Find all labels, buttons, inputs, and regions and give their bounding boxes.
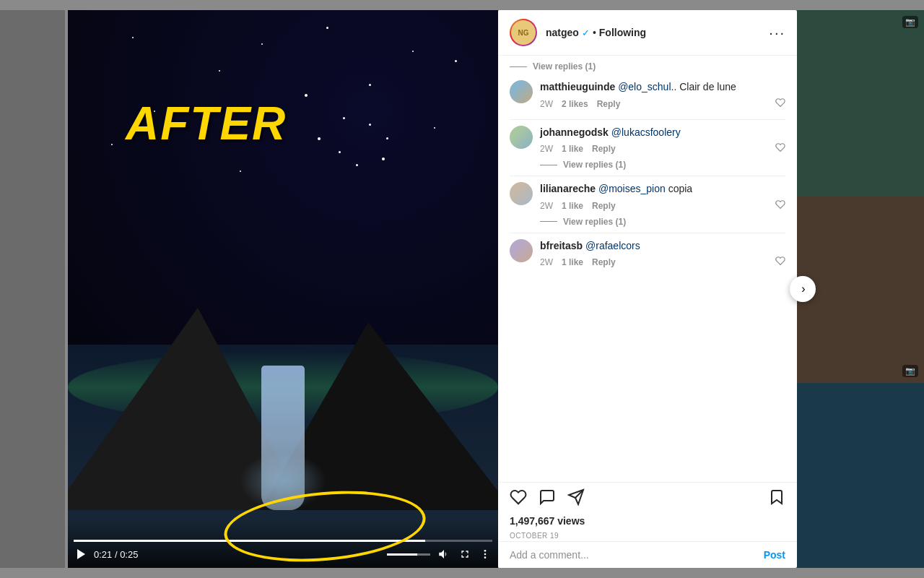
comment-icon[interactable] <box>539 488 556 506</box>
volume-fill <box>387 553 417 556</box>
views-area: 1,497,667 views <box>498 512 797 530</box>
svg-point-3 <box>484 556 487 558</box>
comment-time-1: 2W <box>540 99 553 109</box>
more-button[interactable] <box>478 547 492 561</box>
star <box>343 117 345 119</box>
username-row: natgeo ✓ • Following <box>546 27 769 38</box>
fullscreen-button[interactable] <box>458 547 472 561</box>
svg-point-2 <box>484 553 487 556</box>
comment-extra-3: copia <box>668 183 692 194</box>
commenter-username-4[interactable]: bfreitasb <box>540 240 583 251</box>
star <box>305 94 308 97</box>
views-count: 1,497,667 views <box>510 515 585 527</box>
view-replies-top[interactable]: View replies (1) <box>498 56 797 74</box>
actions-bar <box>498 482 797 512</box>
star <box>382 158 385 160</box>
heart-icon-1[interactable] <box>775 98 785 111</box>
time-display: 0:21 / 0:25 <box>94 549 381 560</box>
view-replies-2[interactable]: View replies (1) <box>540 160 785 170</box>
waterfall-glow <box>240 452 326 510</box>
video-panel: AFTER 0:21 / 0:25 <box>68 10 498 568</box>
comment-meta-1: 2W 2 likes Reply <box>540 98 785 111</box>
post-comment-button[interactable]: Post <box>764 549 785 561</box>
comment-likes-4: 1 like <box>562 257 583 267</box>
view-replies-top-btn[interactable]: View replies (1) <box>533 61 596 72</box>
star <box>434 127 435 129</box>
comment-input[interactable] <box>510 549 764 561</box>
view-replies-btn-3[interactable]: View replies (1) <box>563 217 626 227</box>
camera-icon: 📷 <box>905 17 915 27</box>
reply-button-3[interactable]: Reply <box>592 201 616 211</box>
progress-bar[interactable] <box>74 540 492 542</box>
camera-icon-2: 📷 <box>905 366 915 376</box>
add-comment-area: Post <box>498 541 797 568</box>
comment-text-3: lilianareche @moises_pion copia <box>540 182 785 197</box>
post-header: NG natgeo ✓ • Following ··· <box>498 10 797 56</box>
comment-time-2: 2W <box>540 144 553 154</box>
view-replies-3[interactable]: View replies (1) <box>540 217 785 227</box>
comment-meta-3: 2W 1 like Reply <box>540 199 785 212</box>
volume-button[interactable] <box>436 546 452 562</box>
bg-right-bottom <box>790 383 924 568</box>
comment-meta-2: 2W 1 like Reply <box>540 142 785 155</box>
star <box>369 84 371 86</box>
camera-badge: 📷 <box>902 16 918 28</box>
video-controls: 0:21 / 0:25 <box>68 517 498 568</box>
reply-button-4[interactable]: Reply <box>592 257 616 267</box>
comment-content-3: lilianareche @moises_pion copia 2W 1 lik… <box>540 182 785 212</box>
commenter-username-3[interactable]: lilianareche <box>540 183 596 194</box>
comments-area[interactable]: View replies (1) matthieuguinde @elo_sch… <box>498 56 797 482</box>
comment-avatar-3[interactable] <box>510 182 533 205</box>
comment-avatar-4[interactable] <box>510 239 533 262</box>
star <box>339 151 341 153</box>
commenter-username-1[interactable]: matthieuguinde <box>540 81 615 92</box>
username[interactable]: natgeo <box>546 27 579 38</box>
share-icon[interactable] <box>567 488 585 506</box>
heart-icon-3[interactable] <box>775 199 785 212</box>
volume-slider[interactable] <box>387 553 430 556</box>
comment-item-2: johannegodsk @lukacsfoolery 2W 1 like Re… <box>510 126 785 156</box>
comment-item-4: bfreitasb @rafaelcors 2W 1 like Reply <box>510 239 785 269</box>
star <box>240 171 241 172</box>
comment-content-2: johannegodsk @lukacsfoolery 2W 1 like Re… <box>540 126 785 156</box>
view-replies-btn-2[interactable]: View replies (1) <box>563 160 626 170</box>
nav-arrow-right[interactable]: › <box>790 276 816 302</box>
like-icon[interactable] <box>510 488 527 506</box>
comment-group-1: matthieuguinde @elo_schul.. Clair de lun… <box>498 74 797 119</box>
comment-mention-2: @lukacsfoolery <box>611 126 681 138</box>
mountains-bg <box>68 293 498 510</box>
reply-button-2[interactable]: Reply <box>592 144 616 154</box>
comment-text-4: bfreitasb @rafaelcors <box>540 239 785 254</box>
play-button[interactable] <box>74 547 88 561</box>
heart-icon-2[interactable] <box>775 142 785 155</box>
heart-icon-4[interactable] <box>775 256 785 269</box>
more-options[interactable]: ··· <box>769 25 785 41</box>
chevron-right-icon: › <box>801 282 805 296</box>
svg-point-1 <box>484 550 487 552</box>
comment-group-4: bfreitasb @rafaelcors 2W 1 like Reply <box>498 233 797 278</box>
comment-mention-4: @rafaelcors <box>585 240 640 251</box>
progress-fill <box>74 540 425 542</box>
comment-avatar-2[interactable] <box>510 126 533 149</box>
comment-group-3: lilianareche @moises_pion copia 2W 1 lik… <box>498 176 797 233</box>
comment-text-2: johannegodsk @lukacsfoolery <box>540 126 785 140</box>
comment-group-2: johannegodsk @lukacsfoolery 2W 1 like Re… <box>498 120 797 176</box>
star <box>326 27 328 29</box>
instagram-panel: NG natgeo ✓ • Following ··· View replies… <box>498 10 797 568</box>
bg-right-top: 📷 <box>790 10 924 197</box>
after-text: AFTER <box>126 97 287 150</box>
bg-left <box>0 10 65 568</box>
comment-likes-3: 1 like <box>562 201 583 211</box>
camera-badge-2: 📷 <box>902 365 918 377</box>
controls-row: 0:21 / 0:25 <box>68 546 498 562</box>
comment-item-3: lilianareche @moises_pion copia 2W 1 lik… <box>510 182 785 212</box>
profile-avatar[interactable]: NG <box>510 19 537 46</box>
commenter-username-2[interactable]: johannegodsk <box>540 126 609 138</box>
svg-marker-0 <box>77 549 85 559</box>
avatar-inner: NG <box>511 20 536 45</box>
reply-button-1[interactable]: Reply <box>597 99 621 109</box>
following-label[interactable]: Following <box>599 27 646 38</box>
bookmark-icon[interactable] <box>768 488 785 506</box>
star <box>219 70 220 72</box>
comment-avatar-1[interactable] <box>510 80 533 103</box>
